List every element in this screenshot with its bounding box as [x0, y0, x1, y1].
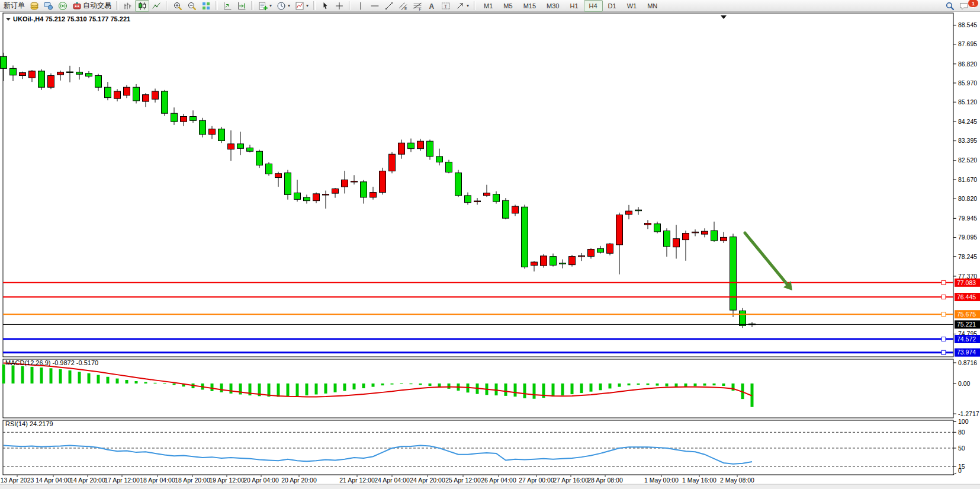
line-handle[interactable] [942, 295, 946, 299]
tile-windows-button[interactable] [199, 0, 213, 12]
timeframe-h1-button[interactable]: H1 [564, 0, 583, 12]
chevron-down-icon: ▾ [306, 3, 309, 8]
svg-text:21 Apr 12:00: 21 Apr 12:00 [339, 477, 375, 484]
toolbar-separator [349, 1, 351, 10]
svg-text:13 Apr 2023: 13 Apr 2023 [1, 477, 34, 484]
chevron-down-icon: ▾ [467, 3, 469, 8]
line-handle[interactable] [942, 312, 946, 317]
toolbar-separator [313, 1, 316, 10]
tile-windows-icon [201, 1, 211, 11]
svg-text:84.245: 84.245 [958, 118, 977, 125]
zoom-in-button[interactable] [171, 0, 185, 12]
candle [503, 198, 509, 219]
fibonacci-button[interactable]: F [410, 0, 425, 12]
new-chart-button[interactable]: ▾ [256, 0, 274, 12]
line-handle[interactable] [942, 350, 946, 354]
timeframe-mn-button[interactable]: MN [642, 0, 663, 12]
crosshair-button[interactable] [332, 0, 346, 12]
svg-text:E: E [404, 7, 407, 11]
line-chart-button[interactable] [149, 0, 163, 12]
timeframe-label: M15 [520, 2, 539, 9]
svg-text:0: 0 [958, 467, 962, 474]
timeframe-label: MN [644, 2, 660, 9]
signal-icon [58, 1, 68, 11]
svg-text:80: 80 [958, 429, 965, 436]
equidistant-channel-button[interactable]: E [396, 0, 410, 12]
cursor-button[interactable] [318, 0, 332, 12]
text-label-button[interactable]: T [439, 0, 453, 12]
crosshair-icon [335, 1, 344, 11]
candlestick-button[interactable] [135, 0, 149, 12]
chart-window[interactable]: UKOil-,H4 75.212 75.310 75.177 75.221MAC… [0, 0, 980, 489]
timeframe-label: M30 [544, 2, 562, 9]
market-watch-button[interactable] [41, 0, 56, 12]
trendline-button[interactable] [382, 0, 396, 12]
toolbar-separator [474, 1, 476, 10]
candle [446, 160, 452, 174]
indicator-list-button[interactable]: ▾ [293, 0, 311, 12]
toolbar-separator [216, 1, 218, 10]
auto-scroll-button[interactable] [234, 0, 249, 12]
line-handle[interactable] [942, 337, 946, 341]
horizontal-line-button[interactable] [368, 0, 382, 12]
timeframe-m30-button[interactable]: M30 [541, 0, 564, 12]
line-handle[interactable] [942, 280, 946, 285]
svg-text:27 Apr 16:00: 27 Apr 16:00 [553, 477, 589, 484]
svg-text:2 May 08:00: 2 May 08:00 [720, 477, 754, 484]
svg-text:RSI(14) 24.2179: RSI(14) 24.2179 [5, 420, 53, 427]
arrows-button[interactable]: ▾ [453, 0, 471, 12]
signal-button[interactable] [56, 0, 70, 12]
pane-frames [0, 12, 980, 489]
timeframe-d1-button[interactable]: D1 [603, 0, 622, 12]
svg-text:1 May 00:00: 1 May 00:00 [644, 477, 679, 484]
search-button[interactable] [943, 0, 957, 12]
candle [219, 127, 225, 143]
timeframe-w1-button[interactable]: W1 [622, 0, 642, 12]
candle [389, 152, 396, 173]
svg-text:87.695: 87.695 [958, 40, 977, 47]
chart-shift-button[interactable] [220, 0, 234, 12]
fibonacci-icon: F [413, 1, 422, 11]
candle [569, 255, 576, 267]
candle [522, 204, 528, 269]
svg-text:100: 100 [958, 418, 969, 425]
candle [200, 118, 206, 138]
bar-chart-button[interactable] [121, 0, 135, 12]
svg-text:18 Apr 20:00: 18 Apr 20:00 [175, 477, 210, 484]
candle [133, 84, 140, 104]
notification-badge[interactable]: 1 [968, 0, 979, 8]
svg-text:83.395: 83.395 [958, 137, 977, 144]
candle [266, 162, 272, 175]
candle [455, 170, 462, 197]
timeframe-m1-button[interactable]: M1 [478, 0, 498, 12]
timeframe-h4-button[interactable]: H4 [584, 0, 603, 12]
text-a-icon: A [427, 1, 436, 11]
svg-text:82.520: 82.520 [958, 156, 977, 164]
new-order-button[interactable]: 新订单 [1, 0, 27, 12]
timeframe-m5-button[interactable]: M5 [498, 0, 518, 12]
timeframe-label: D1 [605, 2, 619, 9]
svg-text:28 Apr 08:00: 28 Apr 08:00 [587, 477, 623, 484]
autotrade-button[interactable]: 自动交易 [70, 0, 114, 12]
svg-text:24 Apr 04:00: 24 Apr 04:00 [374, 477, 410, 484]
timeframe-m15-button[interactable]: M15 [518, 0, 541, 12]
bar-chart-icon [123, 1, 133, 11]
timeframe-label: W1 [624, 2, 640, 9]
autotrade-icon [72, 1, 82, 11]
trendline-icon [384, 1, 394, 11]
horizontal-line-icon [370, 1, 380, 11]
vertical-line-icon [356, 1, 365, 11]
vertical-line-button[interactable] [354, 0, 368, 12]
candle [162, 90, 168, 116]
text-a-button[interactable]: A [425, 0, 439, 12]
svg-text:76.445: 76.445 [957, 293, 976, 301]
zoom-out-button[interactable] [185, 0, 199, 12]
toolbar-separator [166, 1, 168, 10]
gold-coins-button[interactable] [27, 0, 41, 12]
candle [38, 69, 45, 90]
period-clock-button[interactable]: ▾ [274, 0, 293, 12]
candle [607, 243, 613, 255]
svg-text:14 Apr 04:00: 14 Apr 04:00 [36, 477, 71, 484]
arrows-icon [455, 1, 465, 11]
candle [541, 254, 547, 268]
